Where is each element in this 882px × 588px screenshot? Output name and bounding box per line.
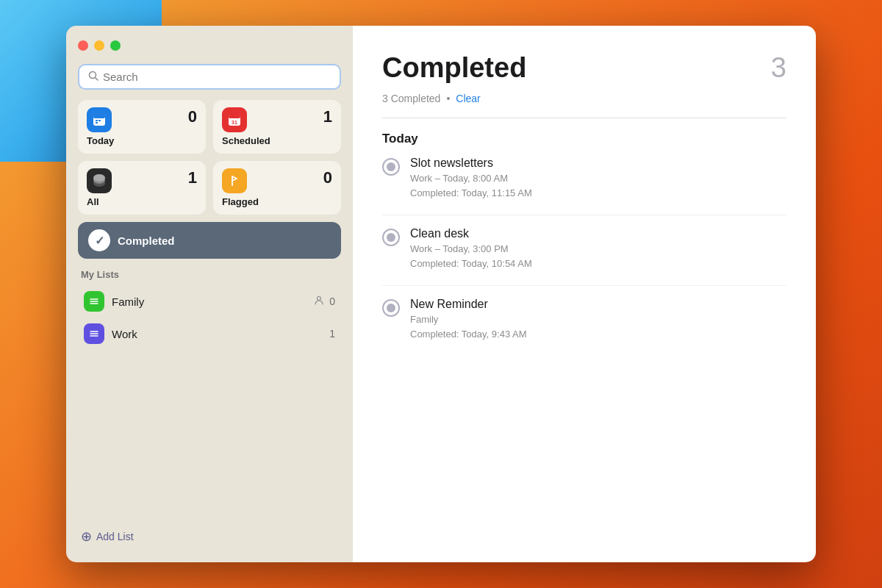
smart-lists: 0 Today 31 1 bbox=[78, 100, 341, 215]
reminder-meta-line2-3: Completed: Today, 9:43 AM bbox=[410, 329, 527, 340]
reminder-circle-2[interactable] bbox=[382, 229, 400, 246]
reminder-item-2: Clean desk Work – Today, 3:00 PM Complet… bbox=[382, 227, 786, 282]
svg-rect-5 bbox=[98, 120, 101, 121]
reminder-meta-2: Work – Today, 3:00 PM Completed: Today, … bbox=[410, 242, 786, 270]
reminder-meta-line2-1: Completed: Today, 11:15 AM bbox=[410, 187, 532, 198]
svg-rect-11 bbox=[236, 114, 237, 116]
reminder-item-3: New Reminder Family Completed: Today, 9:… bbox=[382, 298, 786, 353]
family-list-label: Family bbox=[112, 295, 313, 308]
scheduled-count: 1 bbox=[323, 107, 332, 126]
work-list-right: 1 bbox=[329, 328, 335, 340]
svg-rect-10 bbox=[232, 114, 233, 116]
reminder-meta-line2-2: Completed: Today, 10:54 AM bbox=[410, 258, 532, 269]
search-input[interactable] bbox=[103, 71, 331, 83]
today-section-title: Today bbox=[382, 132, 786, 146]
reminder-text-2: Clean desk Work – Today, 3:00 PM Complet… bbox=[410, 227, 786, 270]
main-header: Completed 3 bbox=[382, 52, 786, 84]
family-list-right: 0 bbox=[313, 295, 335, 309]
svg-rect-8 bbox=[229, 115, 240, 118]
reminder-text-3: New Reminder Family Completed: Today, 9:… bbox=[410, 298, 786, 341]
reminder-circle-1[interactable] bbox=[382, 158, 400, 176]
close-button[interactable] bbox=[78, 40, 88, 51]
family-list-icon bbox=[84, 291, 104, 312]
today-label: Today bbox=[87, 135, 197, 146]
total-count: 3 bbox=[771, 52, 786, 84]
svg-point-19 bbox=[318, 296, 321, 300]
reminder-meta-3: Family Completed: Today, 9:43 AM bbox=[410, 312, 786, 341]
reminder-circle-inner-2 bbox=[387, 233, 395, 242]
reminder-divider-1 bbox=[382, 215, 786, 215]
svg-rect-3 bbox=[93, 115, 105, 118]
svg-point-14 bbox=[93, 174, 105, 182]
list-item-work[interactable]: Work 1 bbox=[78, 318, 341, 349]
family-shared-icon bbox=[313, 295, 325, 309]
add-list-button[interactable]: ⊕ Add List bbox=[78, 523, 341, 551]
completed-label: Completed bbox=[118, 234, 175, 247]
subtitle-separator: • bbox=[446, 93, 450, 104]
scheduled-icon: 31 bbox=[222, 107, 247, 132]
flagged-count: 0 bbox=[323, 168, 332, 187]
page-title: Completed bbox=[382, 52, 526, 84]
list-item-family[interactable]: Family 0 bbox=[78, 286, 341, 317]
header-divider bbox=[382, 118, 786, 118]
smart-list-scheduled[interactable]: 31 1 Scheduled bbox=[213, 100, 341, 154]
reminder-circle-3[interactable] bbox=[382, 299, 400, 317]
my-lists: Family 0 bbox=[78, 286, 341, 349]
completed-checkmark-icon: ✓ bbox=[88, 229, 110, 251]
maximize-button[interactable] bbox=[110, 40, 121, 51]
reminder-title-2: Clean desk bbox=[410, 227, 786, 240]
reminder-item-1: Slot newsletters Work – Today, 8:00 AM C… bbox=[382, 157, 786, 212]
reminder-meta-line1-2: Work – Today, 3:00 PM bbox=[410, 243, 509, 254]
svg-rect-4 bbox=[96, 120, 98, 121]
svg-rect-6 bbox=[96, 122, 98, 123]
search-container[interactable] bbox=[78, 64, 341, 90]
my-lists-header: My Lists bbox=[78, 269, 341, 280]
minimize-button[interactable] bbox=[94, 40, 104, 51]
today-icon bbox=[87, 107, 112, 132]
family-count: 0 bbox=[329, 295, 335, 307]
reminder-divider-2 bbox=[382, 285, 786, 286]
add-list-label: Add List bbox=[96, 531, 134, 542]
work-list-icon bbox=[84, 323, 104, 344]
reminder-meta-line1-1: Work – Today, 8:00 AM bbox=[410, 173, 508, 184]
reminder-meta-1: Work – Today, 8:00 AM Completed: Today, … bbox=[410, 171, 786, 200]
all-count: 1 bbox=[188, 168, 197, 187]
app-window: 0 Today 31 1 bbox=[66, 26, 816, 562]
main-content: Completed 3 3 Completed • Clear Today Sl… bbox=[353, 26, 816, 562]
reminder-title-3: New Reminder bbox=[410, 298, 786, 311]
smart-list-today[interactable]: 0 Today bbox=[78, 100, 206, 154]
reminder-meta-line1-3: Family bbox=[410, 314, 438, 325]
clear-button[interactable]: Clear bbox=[456, 93, 480, 104]
smart-list-all[interactable]: 1 All bbox=[78, 161, 206, 215]
reminder-text-1: Slot newsletters Work – Today, 8:00 AM C… bbox=[410, 157, 786, 200]
svg-text:31: 31 bbox=[232, 120, 237, 125]
traffic-lights bbox=[78, 37, 341, 51]
all-icon bbox=[87, 168, 112, 193]
smart-list-flagged[interactable]: 0 Flagged bbox=[213, 161, 341, 215]
add-list-icon: ⊕ bbox=[81, 528, 92, 545]
today-count: 0 bbox=[188, 107, 197, 126]
reminder-circle-inner-1 bbox=[387, 162, 395, 171]
flagged-label: Flagged bbox=[222, 196, 332, 207]
reminder-circle-inner-3 bbox=[387, 304, 395, 312]
work-list-label: Work bbox=[112, 328, 329, 340]
scheduled-label: Scheduled bbox=[222, 135, 332, 146]
sidebar-item-completed[interactable]: ✓ Completed bbox=[78, 222, 341, 259]
search-icon bbox=[88, 71, 98, 83]
subtitle-count: 3 Completed bbox=[382, 93, 440, 104]
reminder-title-1: Slot newsletters bbox=[410, 157, 786, 170]
svg-point-15 bbox=[228, 174, 241, 187]
sidebar: 0 Today 31 1 bbox=[66, 26, 353, 562]
svg-line-1 bbox=[96, 78, 98, 81]
flagged-icon bbox=[222, 168, 247, 193]
all-label: All bbox=[87, 196, 197, 207]
subtitle-row: 3 Completed • Clear bbox=[382, 93, 786, 104]
work-count: 1 bbox=[329, 328, 335, 340]
